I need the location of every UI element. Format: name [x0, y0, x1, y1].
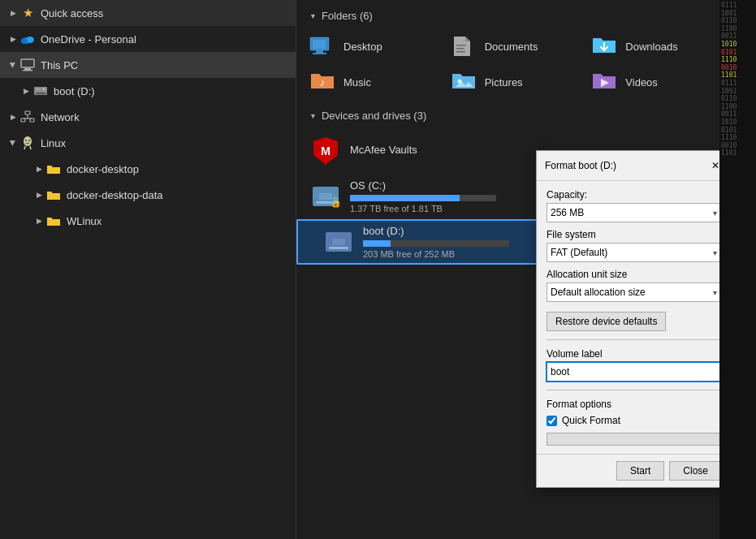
- folder-icon: [45, 213, 62, 229]
- terminal-line: 1010: [721, 119, 754, 127]
- close-button[interactable]: Close: [669, 461, 719, 481]
- videos-folder-icon: [591, 69, 617, 95]
- svg-rect-3: [21, 59, 34, 67]
- folder-item-music[interactable]: ♪ Music: [296, 64, 438, 100]
- quick-format-checkbox[interactable]: [546, 416, 557, 426]
- svg-point-16: [24, 136, 32, 146]
- folder-item-videos[interactable]: Videos: [578, 64, 719, 100]
- folder-icon: [45, 161, 62, 177]
- devices-section-header[interactable]: ▼ Devices and drives (3): [296, 106, 719, 125]
- sidebar-item-quick-access[interactable]: ▶ ★ Quick access: [0, 0, 296, 26]
- music-folder-icon: ♪: [309, 69, 335, 95]
- terminal-line: 1001: [721, 88, 754, 96]
- sidebar-item-linux[interactable]: ▶ Linux: [0, 130, 296, 156]
- devices-section-label: Devices and drives (3): [322, 110, 426, 122]
- desktop-folder-icon: [309, 33, 335, 59]
- sidebar-label: This PC: [41, 59, 78, 71]
- sidebar-label: docker-desktop-data: [67, 189, 163, 201]
- sidebar-label: docker-desktop: [67, 163, 139, 175]
- network-icon: [19, 109, 36, 125]
- folder-label: Music: [343, 76, 371, 88]
- folder-label: Pictures: [485, 76, 523, 88]
- terminal-line: 0010: [721, 142, 754, 150]
- sidebar-label: boot (D:): [54, 85, 95, 97]
- folder-label: Documents: [485, 41, 538, 53]
- chevron-icon: ▶: [19, 84, 32, 97]
- storage-progress-bar: [350, 195, 496, 201]
- chevron-icon: ▶: [32, 214, 45, 227]
- terminal-line: 1001: [721, 10, 754, 18]
- terminal-line: 1101: [721, 149, 754, 157]
- storage-progress-bar: [363, 240, 509, 247]
- allocation-label: Allocation unit size: [546, 269, 719, 280]
- folder-icon: [45, 187, 62, 203]
- format-progress-bar: [546, 433, 719, 446]
- dialog-close-button[interactable]: ✕: [707, 157, 719, 174]
- pictures-folder-icon: [451, 69, 477, 95]
- svg-rect-23: [456, 45, 466, 46]
- sidebar-label: Network: [41, 111, 80, 123]
- onedrive-icon: [19, 31, 36, 47]
- terminal-line: 0101: [721, 49, 754, 57]
- format-options-label: Format options: [546, 399, 719, 410]
- sidebar-item-wlinux[interactable]: ▶ WLinux: [0, 208, 296, 234]
- terminal-line: 1010: [721, 41, 754, 49]
- svg-rect-4: [24, 68, 31, 70]
- divider2: [546, 390, 719, 390]
- svg-rect-7: [36, 93, 45, 94]
- start-button[interactable]: Start: [616, 461, 664, 481]
- dialog-title: Format boot (D:): [545, 160, 616, 171]
- capacity-label: Capacity:: [546, 189, 719, 201]
- downloads-folder-icon: [591, 33, 617, 59]
- folder-item-pictures[interactable]: Pictures: [438, 64, 579, 100]
- folder-item-desktop[interactable]: Desktop: [296, 28, 438, 64]
- terminal-line: 0111: [721, 80, 754, 88]
- quick-format-row: Quick Format: [546, 415, 719, 426]
- folder-item-downloads[interactable]: Downloads: [578, 28, 719, 64]
- svg-point-2: [21, 39, 28, 44]
- sidebar-item-docker-desktop-data[interactable]: ▶ docker-desktop-data: [0, 182, 296, 208]
- terminal-line: 0110: [721, 17, 754, 25]
- sidebar-label: Quick access: [41, 7, 103, 19]
- chevron-icon: ▶: [6, 6, 19, 19]
- quick-format-label[interactable]: Quick Format: [562, 415, 620, 426]
- dialog-footer: Start Close: [537, 454, 719, 487]
- restore-defaults-button[interactable]: Restore device defaults: [546, 312, 666, 331]
- folders-section-label: Folders (6): [322, 10, 373, 22]
- volume-label-input[interactable]: [546, 362, 719, 382]
- documents-folder-icon: [451, 33, 477, 59]
- svg-point-17: [25, 140, 27, 141]
- svg-rect-12: [30, 119, 34, 122]
- drive-d-icon: [322, 226, 355, 258]
- sidebar-label: OneDrive - Personal: [41, 33, 136, 45]
- dialog-titlebar: Format boot (D:) ✕: [537, 151, 719, 181]
- selection-indicator: [309, 237, 319, 247]
- sidebar-item-network[interactable]: ▶ Network: [0, 104, 296, 130]
- volume-label-label: Volume label: [546, 348, 719, 360]
- capacity-select[interactable]: 256 MB: [546, 203, 719, 222]
- storage-progress-fill: [363, 240, 391, 247]
- folders-section-header[interactable]: ▼ Folders (6): [296, 6, 719, 25]
- sidebar-label: WLinux: [67, 215, 102, 227]
- chevron-icon: ▶: [32, 188, 45, 201]
- svg-rect-24: [456, 48, 464, 50]
- terminal-line: 0101: [721, 127, 754, 135]
- svg-rect-9: [36, 88, 41, 90]
- terminal-line: 0110: [721, 95, 754, 103]
- filesystem-select[interactable]: FAT (Default): [546, 243, 719, 262]
- sidebar-item-this-pc[interactable]: ▶ This PC: [0, 52, 296, 78]
- capacity-select-wrapper: 256 MB: [546, 203, 719, 222]
- star-icon: ★: [19, 5, 36, 21]
- terminal-line: 1100: [721, 103, 754, 111]
- sidebar-item-docker-desktop[interactable]: ▶ docker-desktop: [0, 156, 296, 182]
- sidebar-item-onedrive[interactable]: ▶ OneDrive - Personal: [0, 26, 296, 52]
- folder-item-documents[interactable]: Documents: [438, 28, 579, 64]
- terminal-line: 1100: [721, 25, 754, 33]
- right-terminal-panel: 0111 1001 0110 1100 0011 1010 0101 1110 …: [719, 0, 756, 539]
- allocation-select[interactable]: Default allocation size: [546, 282, 719, 302]
- sidebar-item-boot-d[interactable]: ▶ boot (D:): [0, 78, 296, 104]
- terminal-line: 1110: [721, 134, 754, 142]
- terminal-line: 1110: [721, 56, 754, 64]
- folder-label: Downloads: [625, 41, 677, 53]
- dialog-body: Capacity: 256 MB File system FAT (Defaul…: [537, 181, 719, 454]
